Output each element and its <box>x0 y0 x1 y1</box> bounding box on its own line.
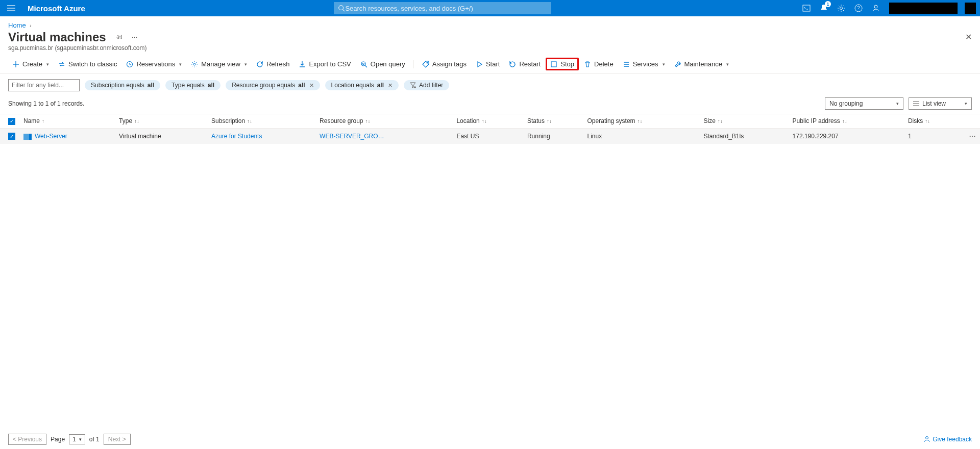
stop-label: Stop <box>560 60 574 68</box>
switch-classic-button[interactable]: Switch to classic <box>54 58 121 70</box>
manage-view-button[interactable]: Manage view▾ <box>187 58 251 70</box>
vm-name-link[interactable]: Web-Server <box>35 133 67 140</box>
col-disks[interactable]: Disks↑↓ <box>904 114 960 129</box>
azure-topbar: Microsoft Azure 1 <box>0 0 980 16</box>
assign-tags-label: Assign tags <box>432 60 467 68</box>
svg-line-4 <box>343 10 345 12</box>
svg-rect-17 <box>551 62 556 67</box>
refresh-button[interactable]: Refresh <box>252 58 294 70</box>
col-status[interactable]: Status↑↓ <box>523 114 583 129</box>
manage-view-label: Manage view <box>201 60 240 68</box>
stop-button[interactable]: Stop <box>546 58 579 70</box>
page-header: Virtual machines ··· ✕ <box>0 29 980 44</box>
add-filter-button[interactable]: Add filter <box>404 80 449 90</box>
restart-label: Restart <box>519 60 541 68</box>
filter-input[interactable] <box>8 79 80 91</box>
notifications-icon[interactable]: 1 <box>818 2 830 14</box>
hamburger-icon[interactable] <box>4 1 18 15</box>
feedback-icon[interactable] <box>870 2 882 14</box>
breadcrumb-home[interactable]: Home <box>8 21 26 29</box>
search-wrap <box>85 2 800 14</box>
cell-type: Virtual machine <box>115 128 207 144</box>
view-label: List view <box>922 100 946 107</box>
account-redacted[interactable] <box>889 3 958 14</box>
command-separator <box>413 60 414 68</box>
svg-point-16 <box>427 62 428 63</box>
more-actions-icon[interactable]: ··· <box>132 33 138 41</box>
col-type[interactable]: Type↑↓ <box>115 114 207 129</box>
svg-point-14 <box>362 63 364 64</box>
grouping-dropdown[interactable]: No grouping▾ <box>825 97 903 110</box>
filter-type-prefix: Type equals <box>172 82 205 89</box>
svg-point-13 <box>361 62 365 66</box>
reservations-button[interactable]: Reservations▾ <box>122 58 186 70</box>
records-count: Showing 1 to 1 of 1 records. <box>8 100 84 107</box>
brand-label[interactable]: Microsoft Azure <box>28 4 85 13</box>
vm-table: ✓ Name↑ Type↑↓ Subscription↑↓ Resource g… <box>0 114 980 144</box>
global-search[interactable] <box>334 2 551 14</box>
delete-button[interactable]: Delete <box>580 58 618 70</box>
filter-subscription[interactable]: Subscription equals all <box>85 80 160 90</box>
refresh-label: Refresh <box>266 60 290 68</box>
restart-button[interactable]: Restart <box>505 58 545 70</box>
filter-rg-value: all <box>298 82 305 89</box>
filter-loc-prefix: Location equals <box>331 82 374 89</box>
table-row[interactable]: ✓ Web-Server Virtual machine Azure for S… <box>0 128 980 144</box>
filter-rg-prefix: Resource group equals <box>232 82 295 89</box>
switch-classic-label: Switch to classic <box>68 60 117 68</box>
row-checkbox[interactable]: ✓ <box>8 133 15 140</box>
col-location[interactable]: Location↑↓ <box>452 114 523 129</box>
breadcrumb: Home › <box>0 16 980 29</box>
create-label: Create <box>22 60 42 68</box>
services-button[interactable]: Services▾ <box>619 58 669 70</box>
reservations-label: Reservations <box>136 60 175 68</box>
settings-icon[interactable] <box>835 2 847 14</box>
maintenance-button[interactable]: Maintenance▾ <box>670 58 733 70</box>
col-public-ip[interactable]: Public IP address↑↓ <box>789 114 904 129</box>
resource-group-link[interactable]: WEB-SERVER_GROUP_042… <box>320 133 386 140</box>
open-query-button[interactable]: Open query <box>356 58 409 70</box>
col-resource-group[interactable]: Resource group↑↓ <box>315 114 452 129</box>
maintenance-label: Maintenance <box>684 60 722 68</box>
svg-point-12 <box>193 63 195 65</box>
filter-type-value: all <box>208 82 214 89</box>
col-os[interactable]: Operating system↑↓ <box>583 114 700 129</box>
cloud-shell-icon[interactable] <box>800 2 813 14</box>
filter-subscription-value: all <box>148 82 154 89</box>
chevron-right-icon: › <box>30 23 31 29</box>
help-icon[interactable] <box>852 2 865 14</box>
export-csv-label: Export to CSV <box>309 60 351 68</box>
svg-rect-5 <box>803 5 810 11</box>
avatar-redacted[interactable] <box>965 3 976 14</box>
create-button[interactable]: Create▾ <box>8 58 53 70</box>
remove-filter-icon[interactable]: ✕ <box>309 82 314 89</box>
select-all-checkbox[interactable]: ✓ <box>8 118 15 125</box>
close-icon[interactable]: ✕ <box>965 32 972 42</box>
page-title: Virtual machines <box>8 30 106 44</box>
svg-point-6 <box>840 7 843 10</box>
cell-status: Running <box>523 128 583 144</box>
services-label: Services <box>633 60 658 68</box>
view-dropdown[interactable]: List view▾ <box>909 97 972 110</box>
pin-icon[interactable] <box>115 33 122 40</box>
command-bar: Create▾ Switch to classic Reservations▾ … <box>0 55 980 74</box>
export-csv-button[interactable]: Export to CSV <box>295 58 355 70</box>
topbar-right: 1 <box>800 2 976 14</box>
page-subtitle: sga.pucminas.br (sgapucminasbr.onmicroso… <box>0 44 980 55</box>
filter-location[interactable]: Location equals all ✕ <box>325 80 399 90</box>
start-button[interactable]: Start <box>472 58 504 70</box>
subscription-link[interactable]: Azure for Students <box>211 133 262 140</box>
col-size[interactable]: Size↑↓ <box>699 114 788 129</box>
vm-icon <box>23 134 32 140</box>
cell-location: East US <box>452 128 523 144</box>
start-label: Start <box>486 60 500 68</box>
remove-filter-icon[interactable]: ✕ <box>388 82 393 89</box>
search-input[interactable] <box>345 5 547 12</box>
filter-loc-value: all <box>377 82 384 89</box>
col-subscription[interactable]: Subscription↑↓ <box>207 114 315 129</box>
row-more-icon[interactable]: ··· <box>960 128 980 144</box>
col-name[interactable]: Name↑ <box>19 114 115 129</box>
filter-type[interactable]: Type equals all <box>165 80 220 90</box>
filter-resource-group[interactable]: Resource group equals all ✕ <box>226 80 320 90</box>
assign-tags-button[interactable]: Assign tags <box>418 58 471 70</box>
